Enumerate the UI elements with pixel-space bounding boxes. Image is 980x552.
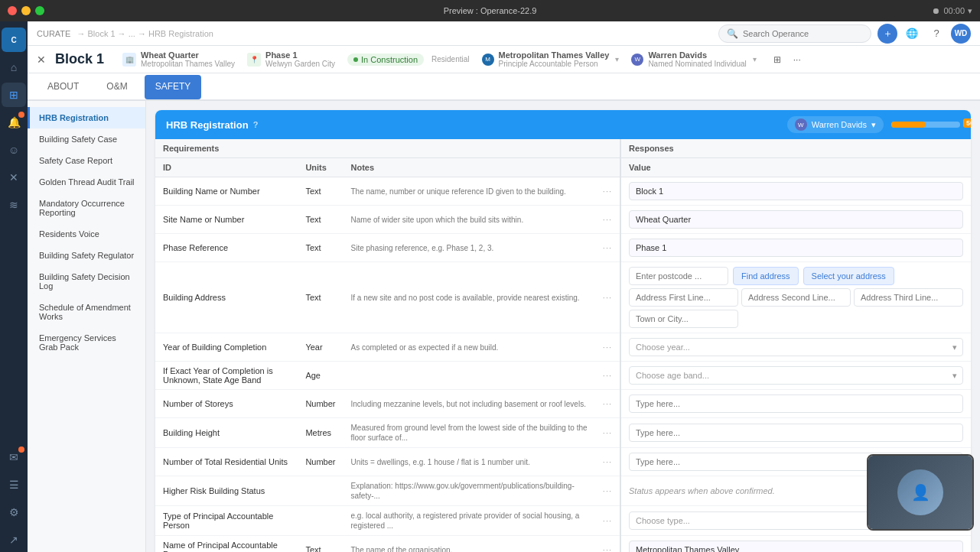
project-chip: 🏢 Wheat Quarter Metropolitan Thames Vall… — [122, 50, 235, 68]
sidebar-item-home[interactable]: ⌂ — [2, 55, 26, 80]
close-page-btn[interactable]: ✕ — [37, 54, 46, 66]
row-units: Number — [298, 448, 343, 476]
sidebar-item-notifications[interactable]: 🔔 — [2, 110, 26, 135]
storeys-input[interactable] — [629, 395, 963, 413]
sidebar-item-shield[interactable]: ✕ — [2, 165, 26, 190]
search-input[interactable] — [743, 29, 858, 38]
sidebar-item-mail[interactable]: ✉ — [2, 445, 26, 469]
age-band-select[interactable]: Choose age band... — [629, 366, 963, 385]
row-menu[interactable]: ··· — [603, 293, 612, 302]
person-selector-chevron: ▾ — [871, 120, 876, 130]
site-name-input[interactable] — [629, 210, 963, 229]
row-units: Text — [298, 177, 343, 206]
row-units — [298, 506, 343, 536]
maximize-btn[interactable] — [35, 6, 44, 15]
nav-building-safety-decision[interactable]: Building Safety Decision Log — [28, 266, 145, 297]
form-area: HRB Registration ? W Warren Davids ▾ — [146, 101, 980, 552]
building-name-input[interactable] — [629, 182, 963, 200]
row-menu[interactable]: ··· — [603, 243, 612, 252]
address-line3-input[interactable] — [854, 288, 963, 307]
notification-badge — [18, 112, 24, 118]
find-address-btn[interactable]: Find address — [733, 267, 799, 285]
tab-om[interactable]: O&M — [96, 75, 138, 99]
nav-residents-voice[interactable]: Residents Voice — [28, 223, 145, 245]
notes-col-header: Notes — [343, 158, 595, 177]
sidebar-item-grid[interactable]: ⊞ — [2, 83, 26, 107]
accountable-org: Metropolitan Thames Valley — [499, 50, 610, 60]
row-menu[interactable]: ··· — [603, 545, 612, 552]
nav-building-safety-regulator[interactable]: Building Safety Regulator — [28, 245, 145, 266]
minimize-btn[interactable] — [21, 6, 31, 15]
principal-name-input[interactable] — [629, 541, 963, 552]
expand-accountable-icon[interactable]: ▾ — [615, 55, 619, 63]
row-id: Year of Building Completion — [155, 333, 298, 362]
hrb-title: HRB Registration ? — [166, 119, 258, 131]
row-menu[interactable]: ··· — [603, 215, 612, 224]
progress-fill — [891, 122, 926, 128]
search-bar[interactable]: 🔍 — [718, 24, 871, 43]
row-menu[interactable]: ··· — [603, 187, 612, 196]
window-controls[interactable] — [8, 6, 44, 15]
city-input[interactable] — [629, 310, 738, 328]
expand-person-icon[interactable]: ▾ — [753, 55, 757, 63]
row-menu[interactable]: ··· — [603, 457, 612, 466]
sidebar-item-logout[interactable]: ↗ — [2, 528, 26, 552]
close-btn[interactable] — [8, 6, 17, 15]
select-address-btn[interactable]: Select your address — [803, 267, 894, 285]
row-notes: Name of wider site upon which the build … — [351, 216, 524, 224]
row-menu[interactable]: ··· — [603, 486, 612, 495]
row-menu[interactable]: ··· — [603, 516, 612, 525]
nav-safety-case-report[interactable]: Safety Case Report — [28, 150, 145, 171]
nav-hrb-registration[interactable]: HRB Registration — [28, 107, 145, 128]
nav-schedule-amendment[interactable]: Schedule of Amendment Works — [28, 297, 145, 327]
more-options-icon[interactable]: ··· — [789, 51, 806, 68]
record-icon: ⏺ — [932, 6, 940, 15]
nav-golden-thread[interactable]: Golden Thread Audit Trail — [28, 171, 145, 193]
table-row: Site Name or Number Text Name of wider s… — [155, 206, 971, 234]
globe-icon[interactable]: 🌐 — [902, 24, 922, 44]
nav-building-safety-case[interactable]: Building Safety Case — [28, 128, 145, 150]
row-notes: Site phasing reference, e.g. Phase 1, 2,… — [351, 244, 494, 252]
sidebar-item-person[interactable]: ☺ — [2, 138, 26, 162]
user-avatar[interactable]: WD — [951, 24, 971, 44]
phase-ref-input[interactable] — [629, 239, 963, 257]
tab-safety[interactable]: SAFETY — [145, 75, 202, 99]
height-input[interactable] — [629, 424, 963, 442]
row-notes: e.g. local authority, a registered priva… — [351, 511, 580, 530]
hrb-header-right: W Warren Davids ▾ 50% — [787, 116, 960, 133]
row-menu[interactable]: ··· — [603, 371, 612, 380]
org-avatar: M — [482, 54, 494, 66]
address-line1-input[interactable] — [629, 288, 738, 307]
address-line2-input[interactable] — [741, 288, 851, 307]
accountable-chip: M Metropolitan Thames Valley Principle A… — [482, 50, 620, 68]
sidebar-item-list[interactable]: ☰ — [2, 472, 26, 497]
person-avatar: W — [631, 54, 643, 66]
progress-area: 50% — [891, 122, 960, 128]
header-icons: ＋ 🌐 ? WD — [877, 24, 971, 44]
nav-emergency-services[interactable]: Emergency Services Grab Pack — [28, 327, 145, 358]
hrb-help-icon[interactable]: ? — [253, 120, 259, 129]
postcode-input[interactable] — [629, 267, 728, 285]
add-button[interactable]: ＋ — [877, 24, 897, 44]
row-id: Phase Reference — [155, 234, 298, 262]
age-band-select-wrapper: Choose age band... — [629, 366, 963, 385]
tab-about[interactable]: ABOUT — [37, 75, 90, 99]
requirements-header: Requirements — [155, 139, 620, 158]
help-icon[interactable]: ? — [926, 24, 946, 44]
grid-view-icon[interactable]: ⊞ — [769, 51, 786, 68]
row-id: Type of Principal Accountable Person — [155, 506, 298, 536]
sidebar-item-layers[interactable]: ≋ — [2, 193, 26, 217]
row-menu[interactable]: ··· — [603, 399, 612, 408]
sidebar-item-settings[interactable]: ⚙ — [2, 500, 26, 524]
year-select[interactable]: Choose year... — [629, 338, 963, 356]
person-selector[interactable]: W Warren Davids ▾ — [787, 116, 884, 133]
units-col-header: Units — [298, 158, 343, 177]
video-overlay: 👤 — [867, 454, 974, 531]
row-menu[interactable]: ··· — [603, 343, 612, 352]
page-title: Block 1 — [55, 51, 104, 67]
nav-mandatory-occurrence[interactable]: Mandatory Occurrence Reporting — [28, 193, 145, 223]
id-col-header: ID — [155, 158, 298, 177]
row-menu[interactable]: ··· — [603, 428, 612, 437]
table-row: Building Address Text If a new site and … — [155, 262, 971, 333]
status-sub: Residential — [431, 55, 469, 63]
